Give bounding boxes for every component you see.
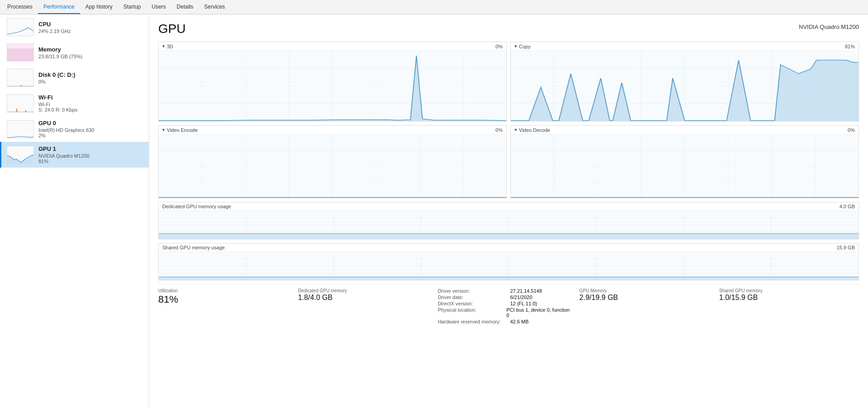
shared-mem-value: 1.0/15.9 GB <box>719 294 852 302</box>
driver-date-row: Driver date: 6/21/2020 <box>438 295 570 300</box>
tab-processes[interactable]: Processes <box>2 0 38 14</box>
cpu-name: CPU <box>38 21 143 28</box>
gpu0-sub1: Intel(R) HD Graphics 630 <box>38 127 143 133</box>
chart-copy-body <box>511 51 859 121</box>
tab-bar: Processes Performance App history Startu… <box>0 0 868 14</box>
chart-copy-label: Copy <box>519 44 531 49</box>
memory-sub: 23.8/31.9 GB (75%) <box>38 54 143 59</box>
chart-video-decode: ▾ Video Decode 0% <box>510 125 859 198</box>
dedicated-memory-body <box>159 211 859 239</box>
dedicated-memory-section: Dedicated GPU memory usage 4.0 GB <box>158 202 859 239</box>
cpu-info: CPU 24% 2.19 GHz <box>38 21 143 34</box>
chart-video-encode: ▾ Video Encode 0% <box>158 125 507 198</box>
chart-3d-label: 3D <box>167 44 173 49</box>
gpu1-info: GPU 1 NVIDIA Quadro M1200 81% <box>38 145 143 164</box>
svg-rect-1 <box>7 48 34 61</box>
gpu-title: GPU <box>158 22 186 36</box>
driver-version-val: 27.21.14.5148 <box>510 288 542 294</box>
tab-users[interactable]: Users <box>146 0 171 14</box>
shared-memory-max: 15.9 GB <box>837 245 855 250</box>
stats-footer: Utilization 81% Dedicated GPU memory 1.8… <box>158 284 859 325</box>
driver-date-key: Driver date: <box>438 295 510 300</box>
chart-copy: ▾ Copy 81% <box>510 42 859 122</box>
chart-copy-percent: 81% <box>845 44 855 49</box>
dedicated-memory-header: Dedicated GPU memory usage 4.0 GB <box>159 202 859 211</box>
chevron-decode-icon[interactable]: ▾ <box>514 127 517 133</box>
chart-3d-percent: 0% <box>495 44 503 49</box>
content-header: GPU NVIDIA Quadro M1200 <box>158 22 859 36</box>
chart-row-2: ▾ Video Encode 0% <box>158 125 859 198</box>
driver-directx-key: DirectX version: <box>438 301 510 306</box>
gpu-memory-group: GPU Memory 2.9/19.9 GB <box>580 288 719 325</box>
sidebar-item-disk[interactable]: Disk 0 (C: D:) 0% <box>0 65 149 90</box>
sidebar-item-wifi[interactable]: Wi-Fi Wi-Fi S: 24.0 R: 0 Kbps <box>0 90 149 116</box>
wifi-name: Wi-Fi <box>38 94 143 101</box>
tab-services[interactable]: Services <box>199 0 231 14</box>
wifi-thumbnail <box>7 94 34 112</box>
svg-marker-55 <box>159 234 859 239</box>
chart-decode-body <box>511 135 859 198</box>
chart-encode-header: ▾ Video Encode 0% <box>159 126 506 135</box>
chart-3d: ▾ 3D 0% <box>158 42 507 122</box>
gpu0-name: GPU 0 <box>38 120 143 126</box>
driver-date-val: 6/21/2020 <box>510 295 532 300</box>
driver-directx-val: 12 (FL 11.0) <box>510 301 537 306</box>
driver-reserved-key: Hardware reserved memory: <box>438 319 510 324</box>
dedicated-mem-value: 1.8/4.0 GB <box>298 294 430 302</box>
driver-version-key: Driver version: <box>438 288 510 294</box>
memory-name: Memory <box>38 46 143 53</box>
driver-directx-row: DirectX version: 12 (FL 11.0) <box>438 301 570 306</box>
chart-decode-header: ▾ Video Decode 0% <box>511 126 859 135</box>
utilization-label: Utilization <box>158 288 291 293</box>
content-area: GPU NVIDIA Quadro M1200 ▾ 3D 0% <box>149 14 868 407</box>
chevron-copy-icon[interactable]: ▾ <box>514 43 517 49</box>
chart-encode-percent: 0% <box>495 127 503 133</box>
gpu1-sub1: NVIDIA Quadro M1200 <box>38 153 143 159</box>
chart-decode-percent: 0% <box>848 127 855 133</box>
shared-memory-label: Shared GPU memory usage <box>162 245 225 250</box>
sidebar-item-memory[interactable]: Memory 23.8/31.9 GB (75%) <box>0 40 149 65</box>
chart-row-1: ▾ 3D 0% <box>158 42 859 122</box>
cpu-sub: 24% 2.19 GHz <box>38 28 143 34</box>
driver-reserved-row: Hardware reserved memory: 42.6 MB <box>438 319 570 324</box>
utilization-value: 81% <box>158 294 291 305</box>
shared-memory-section: Shared GPU memory usage 15.9 GB <box>158 243 859 281</box>
driver-version-row: Driver version: 27.21.14.5148 <box>438 288 570 294</box>
chevron-3d-icon[interactable]: ▾ <box>162 43 165 49</box>
memory-thumbnail <box>7 43 34 61</box>
driver-location-key: Physical location: <box>438 307 506 318</box>
sidebar: CPU 24% 2.19 GHz Memory 23.8/31.9 GB (75… <box>0 14 149 407</box>
disk-thumbnail <box>7 69 34 87</box>
driver-location-val: PCI bus 1, device 0, function 0 <box>506 307 570 318</box>
disk-info: Disk 0 (C: D:) 0% <box>38 71 143 84</box>
tab-details[interactable]: Details <box>171 0 199 14</box>
gpu-memory-label: GPU Memory <box>580 288 712 293</box>
gpu1-sub2: 81% <box>38 159 143 164</box>
chart-3d-header: ▾ 3D 0% <box>159 42 506 51</box>
dedicated-memory-label: Dedicated GPU memory usage <box>162 204 231 209</box>
cpu-thumbnail <box>7 18 34 36</box>
disk-name: Disk 0 (C: D:) <box>38 71 143 78</box>
tab-startup[interactable]: Startup <box>118 0 146 14</box>
tab-performance[interactable]: Performance <box>38 0 80 14</box>
svg-marker-66 <box>159 277 859 280</box>
memory-info: Memory 23.8/31.9 GB (75%) <box>38 46 143 59</box>
tab-app-history[interactable]: App history <box>80 0 118 14</box>
sidebar-item-gpu0[interactable]: GPU 0 Intel(R) HD Graphics 630 2% <box>0 116 149 142</box>
utilization-group: Utilization 81% <box>158 288 298 325</box>
driver-reserved-val: 42.6 MB <box>510 319 528 324</box>
wifi-sub2: S: 24.0 R: 0 Kbps <box>38 107 143 112</box>
chart-encode-body <box>159 135 506 198</box>
sidebar-item-cpu[interactable]: CPU 24% 2.19 GHz <box>0 14 149 40</box>
gpu0-thumbnail <box>7 120 34 138</box>
dedicated-mem-group: Dedicated GPU memory 1.8/4.0 GB <box>298 288 438 325</box>
gpu0-sub2: 2% <box>38 133 143 138</box>
gpu0-info: GPU 0 Intel(R) HD Graphics 630 2% <box>38 120 143 138</box>
chevron-encode-icon[interactable]: ▾ <box>162 127 165 133</box>
gpu-model: NVIDIA Quadro M1200 <box>799 23 859 30</box>
main-layout: CPU 24% 2.19 GHz Memory 23.8/31.9 GB (75… <box>0 14 868 407</box>
shared-mem-group: Shared GPU memory 1.0/15.9 GB <box>719 288 859 325</box>
driver-info-group: Driver version: 27.21.14.5148 Driver dat… <box>438 288 570 325</box>
wifi-sub1: Wi-Fi <box>38 102 143 107</box>
sidebar-item-gpu1[interactable]: GPU 1 NVIDIA Quadro M1200 81% <box>0 142 149 168</box>
